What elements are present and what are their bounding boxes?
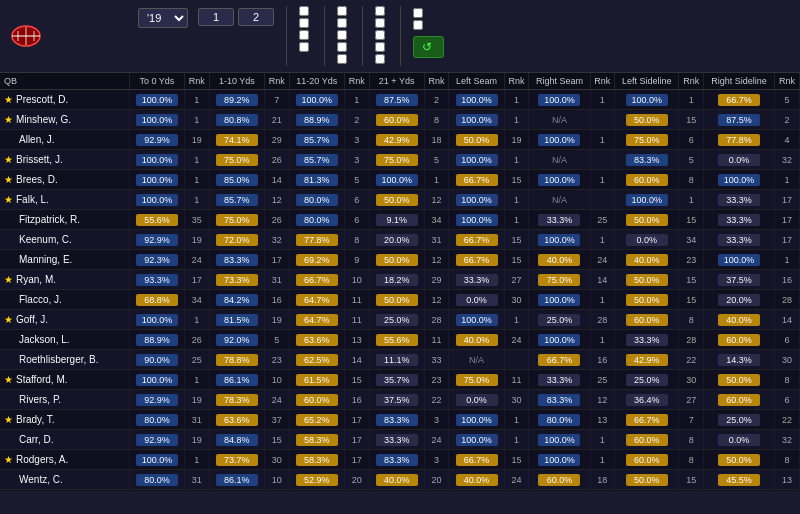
- q4-label[interactable]: [375, 42, 388, 52]
- cell-rnk: 1: [185, 310, 210, 330]
- star-icon: ★: [4, 94, 13, 105]
- cell-rnk: 23: [679, 250, 704, 270]
- reset-button[interactable]: ↺: [413, 36, 444, 58]
- no-label[interactable]: [413, 8, 444, 18]
- q2-check[interactable]: [375, 18, 385, 28]
- cell-val: 81.5%: [209, 310, 264, 330]
- cell-val: 86.1%: [209, 470, 264, 490]
- q3-check[interactable]: [375, 30, 385, 40]
- yes-check[interactable]: [413, 20, 423, 30]
- yds-7-9-check[interactable]: [337, 30, 347, 40]
- cell-rnk: 3: [344, 150, 369, 170]
- qb-cell: ★ Brees, D.: [0, 170, 129, 190]
- yds-4-6-label[interactable]: [337, 18, 350, 28]
- cell-val: 80.0%: [129, 470, 184, 490]
- cell-val: 60.0%: [704, 390, 775, 410]
- ot-check[interactable]: [375, 54, 385, 64]
- yds-4-6-check[interactable]: [337, 18, 347, 28]
- cell-rnk: 11: [344, 290, 369, 310]
- qb-cell: ★ Brady, T.: [0, 410, 129, 430]
- cell-val: 60.0%: [529, 470, 590, 490]
- cell-val: 37.5%: [704, 270, 775, 290]
- cell-rnk: [590, 110, 615, 130]
- cell-val: 55.6%: [369, 330, 424, 350]
- cell-rnk: 1: [504, 110, 529, 130]
- cell-val: N/A: [449, 350, 504, 370]
- ot-label[interactable]: [375, 54, 388, 64]
- cell-rnk: 3: [424, 410, 449, 430]
- cell-val: 100.0%: [529, 330, 590, 350]
- cell-rnk: 3: [344, 130, 369, 150]
- down-4th-label[interactable]: [299, 42, 312, 52]
- cell-val: 0.0%: [615, 230, 679, 250]
- cell-rnk: 14: [504, 490, 529, 492]
- yds-1-3-check[interactable]: [337, 6, 347, 16]
- cell-rnk: 1: [590, 170, 615, 190]
- qb-name: Rivers, P.: [19, 394, 61, 405]
- table-row: ★ Stafford, M. 100.0%186.1%1061.5%1535.7…: [0, 370, 800, 390]
- cell-val: 50.0%: [615, 110, 679, 130]
- table-row: Dalton, A. 76.2%3386.8%952.2%2160.0%871.…: [0, 490, 800, 492]
- q2-label[interactable]: [375, 18, 388, 28]
- yr-select[interactable]: '19: [138, 8, 188, 28]
- q1-check[interactable]: [375, 6, 385, 16]
- cell-rnk: 1: [504, 90, 529, 110]
- qb-name: Brady, T.: [16, 414, 55, 425]
- star-icon: ★: [4, 454, 13, 465]
- yds-15-label[interactable]: [337, 54, 350, 64]
- cell-val: 80.0%: [289, 190, 344, 210]
- qb-cell: Dalton, A.: [0, 490, 129, 492]
- cell-rnk: 25: [185, 350, 210, 370]
- qb-cell: ★ Goff, J.: [0, 310, 129, 330]
- yds-10-14-label[interactable]: [337, 42, 350, 52]
- yds-15-check[interactable]: [337, 54, 347, 64]
- cell-rnk: 15: [679, 290, 704, 310]
- cell-val: 60.0%: [704, 330, 775, 350]
- table-row: ★ Prescott, D. 100.0%189.2%7100.0%187.5%…: [0, 90, 800, 110]
- cell-rnk: 15: [679, 110, 704, 130]
- cell-val: 66.7%: [289, 270, 344, 290]
- down-1st-label[interactable]: [299, 6, 312, 16]
- cell-rnk: 6: [679, 130, 704, 150]
- weeks-section: [198, 6, 274, 26]
- q1-label[interactable]: [375, 6, 388, 16]
- cell-val: 75.0%: [449, 370, 504, 390]
- cell-rnk: 1: [185, 170, 210, 190]
- cell-val: 44.4%: [615, 490, 679, 492]
- cell-rnk: 13: [775, 470, 800, 490]
- cell-rnk: 1: [504, 430, 529, 450]
- cell-rnk: 1: [344, 90, 369, 110]
- q4-check[interactable]: [375, 42, 385, 52]
- yds-7-9-label[interactable]: [337, 30, 350, 40]
- yds-1-3-label[interactable]: [337, 6, 350, 16]
- cell-rnk: 15: [504, 450, 529, 470]
- yds-10-14-check[interactable]: [337, 42, 347, 52]
- down-2nd-check[interactable]: [299, 18, 309, 28]
- cell-val: 100.0%: [529, 90, 590, 110]
- cell-rnk: 1: [590, 130, 615, 150]
- yes-label[interactable]: [413, 20, 444, 30]
- down-1st-check[interactable]: [299, 6, 309, 16]
- down-3rd-check[interactable]: [299, 30, 309, 40]
- week-max-input[interactable]: [238, 8, 274, 26]
- cell-rnk: 29: [424, 270, 449, 290]
- cell-rnk: 34: [679, 230, 704, 250]
- cell-rnk: 27: [679, 390, 704, 410]
- cell-val: 100.0%: [289, 90, 344, 110]
- no-check[interactable]: [413, 8, 423, 18]
- football-icon: [8, 18, 44, 54]
- cell-rnk: 35: [185, 210, 210, 230]
- col-right-seam: Right Seam: [529, 73, 590, 90]
- down-2nd-label[interactable]: [299, 18, 312, 28]
- cell-rnk: 14: [590, 270, 615, 290]
- table-row: ★ Rodgers, A. 100.0%173.7%3058.3%1783.3%…: [0, 450, 800, 470]
- down-3rd-label[interactable]: [299, 30, 312, 40]
- week-min-input[interactable]: [198, 8, 234, 26]
- yds-checkboxes: [337, 6, 350, 64]
- cell-val: 75.0%: [615, 130, 679, 150]
- qb-name: Manning, E.: [19, 254, 72, 265]
- cell-rnk: 37: [264, 410, 289, 430]
- down-4th-check[interactable]: [299, 42, 309, 52]
- cell-rnk: 1: [590, 430, 615, 450]
- q3-label[interactable]: [375, 30, 388, 40]
